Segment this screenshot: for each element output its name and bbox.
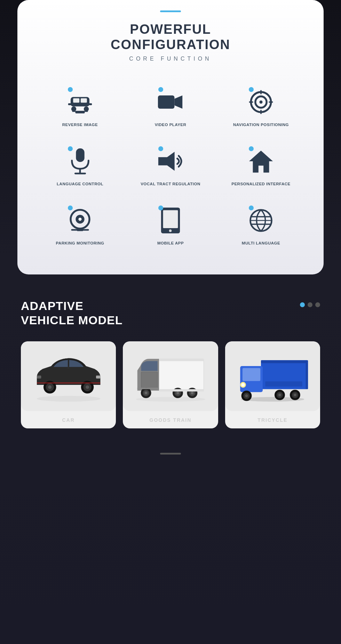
feature-multi-language: MULTI LANGUAGE (216, 198, 306, 254)
svg-point-68 (241, 383, 245, 387)
svg-rect-49 (141, 372, 157, 389)
svg-rect-63 (261, 360, 307, 363)
target-circle-icon (248, 90, 273, 115)
icon-wrapper-parking (64, 205, 96, 236)
vehicle-image-goods-train (123, 341, 218, 411)
feature-label-video-player: VIDEO PLAYER (155, 123, 187, 127)
svg-marker-22 (249, 151, 273, 173)
svg-rect-66 (243, 368, 260, 381)
bottom-bar (0, 442, 341, 461)
car-svg (28, 347, 109, 406)
tricycle-svg (232, 347, 313, 406)
vehicle-card-tricycle: TRICYCLE (225, 341, 320, 428)
svg-rect-48 (159, 359, 204, 361)
svg-rect-29 (163, 210, 178, 228)
dot-inactive-2 (315, 302, 320, 307)
adaptive-header: ADAPTIVE VEHICLE MODEL (21, 299, 320, 327)
tablet-icon (160, 207, 181, 234)
config-title: POWERFULCONFIGURATION (31, 22, 310, 52)
svg-point-30 (169, 230, 172, 232)
svg-point-58 (191, 391, 193, 394)
speaker-icon (157, 149, 184, 174)
adaptive-title: ADAPTIVE VEHICLE MODEL (21, 299, 123, 327)
feature-label-multi-lang: MULTI LANGUAGE (242, 241, 280, 245)
icon-wrapper-multi-lang (245, 205, 277, 236)
feature-personalized: PERSONALIZED INTERFACE (216, 139, 306, 194)
feature-language-control: LANGUAGE CONTROL (35, 139, 125, 194)
feature-video-player: VIDEO PLAYER (125, 79, 216, 135)
svg-rect-9 (158, 95, 175, 109)
vehicle-label-goods-train: GOODS TRAIN (150, 411, 192, 428)
svg-point-25 (79, 218, 82, 221)
icon-wrapper-vocal (155, 146, 186, 177)
feature-parking-monitoring: PARKING MONITORING (35, 198, 125, 254)
svg-rect-43 (37, 382, 100, 383)
house-icon (248, 149, 273, 174)
svg-rect-47 (159, 359, 204, 390)
car-rear-icon (68, 90, 93, 115)
icon-wrapper-language (64, 146, 96, 177)
svg-rect-45 (37, 375, 41, 378)
feature-mobile-app: MOBILE APP (125, 198, 216, 254)
svg-rect-8 (76, 111, 85, 114)
webcam-icon (68, 208, 93, 233)
svg-rect-6 (89, 103, 92, 105)
config-card: POWERFULCONFIGURATION CORE FUNCTION (17, 0, 324, 274)
vehicle-image-car (21, 341, 116, 411)
accent-bar (160, 10, 181, 12)
feature-label-language: LANGUAGE CONTROL (57, 182, 103, 186)
svg-rect-18 (76, 148, 84, 162)
dot-inactive-1 (308, 302, 312, 307)
icon-wrapper-navigation (245, 86, 277, 118)
video-camera-icon (157, 92, 184, 112)
svg-point-77 (294, 394, 296, 396)
svg-point-52 (144, 391, 147, 394)
svg-point-74 (278, 394, 281, 396)
vehicle-label-tricycle: TRICYCLE (257, 411, 287, 428)
bottom-indicator-bar (160, 453, 181, 455)
svg-marker-10 (174, 95, 182, 109)
svg-point-13 (260, 101, 263, 104)
icon-wrapper-mobile (155, 205, 186, 236)
feature-label-reverse-image: REVERSE IMAGE (62, 123, 98, 127)
svg-rect-78 (265, 381, 302, 387)
vehicles-grid: CAR (21, 341, 320, 428)
icon-wrapper-reverse-image (64, 86, 96, 118)
svg-point-3 (71, 107, 76, 111)
goods-train-svg (130, 347, 211, 406)
features-grid: REVERSE IMAGE VIDEO PLAYER (31, 79, 310, 254)
icon-wrapper-personalized (245, 146, 277, 177)
feature-label-navigation: NAVIGATION POSITIONING (233, 123, 289, 127)
config-subtitle: CORE FUNCTION (31, 56, 310, 62)
icon-wrapper-video-player (155, 86, 186, 118)
feature-reverse-image: REVERSE IMAGE (35, 79, 125, 135)
blue-dot-video-player (158, 87, 163, 92)
adaptive-section: ADAPTIVE VEHICLE MODEL (0, 274, 341, 442)
svg-point-35 (37, 396, 100, 402)
svg-point-4 (84, 107, 89, 111)
svg-point-71 (245, 394, 248, 397)
svg-rect-1 (73, 99, 79, 103)
svg-point-42 (86, 386, 89, 389)
feature-label-mobile: MOBILE APP (157, 241, 184, 245)
svg-point-55 (176, 391, 179, 394)
feature-vocal-tract: VOCAL TRACT REGULATION (125, 139, 216, 194)
vehicle-card-car: CAR (21, 341, 116, 428)
svg-rect-44 (96, 375, 100, 378)
globe-icon (248, 208, 273, 233)
svg-marker-21 (158, 152, 175, 171)
feature-label-personalized: PERSONALIZED INTERFACE (231, 182, 290, 186)
svg-rect-5 (68, 103, 71, 105)
dots-indicator (300, 299, 320, 307)
feature-label-vocal: VOCAL TRACT REGULATION (141, 182, 200, 186)
microphone-icon (69, 148, 92, 175)
svg-rect-59 (159, 389, 204, 391)
feature-navigation-positioning: NAVIGATION POSITIONING (216, 79, 306, 135)
vehicle-card-goods-train: GOODS TRAIN (123, 341, 218, 428)
dot-active (300, 302, 305, 307)
svg-rect-64 (306, 360, 308, 389)
vehicle-label-car: CAR (62, 411, 74, 428)
vehicle-image-tricycle (225, 341, 320, 411)
svg-rect-2 (81, 99, 87, 103)
svg-point-39 (48, 386, 51, 389)
